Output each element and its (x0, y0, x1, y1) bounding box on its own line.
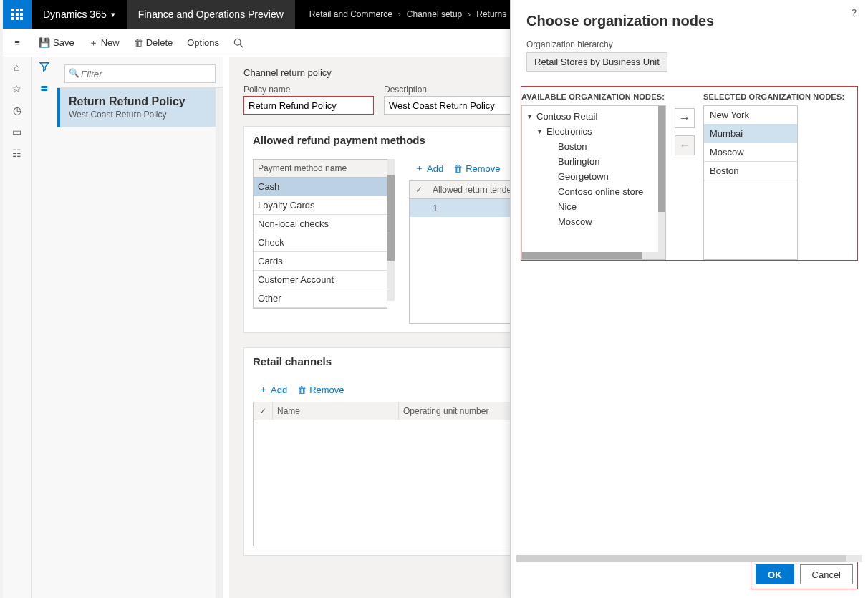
tree-node[interactable]: Boston (522, 139, 665, 154)
scrollbar[interactable] (216, 88, 223, 598)
list-item[interactable]: Mumbai (704, 125, 797, 143)
tree-node[interactable]: Burlington (522, 154, 665, 169)
tree-node[interactable]: ▾Contoso Retail (522, 109, 665, 124)
filter-input[interactable] (64, 64, 216, 83)
home-icon[interactable]: ⌂ (14, 62, 19, 73)
description-input[interactable] (384, 96, 527, 115)
description-label: Description (384, 85, 527, 95)
add-channel-button[interactable]: ＋Add (259, 383, 287, 396)
left-edge (0, 0, 3, 598)
svg-rect-8 (20, 17, 23, 20)
filter-box: 🔍 (64, 64, 216, 83)
hierarchy-select[interactable]: Retail Stores by Business Unit (526, 52, 667, 72)
recent-icon[interactable]: ◷ (13, 105, 21, 116)
selected-list[interactable]: New York Mumbai Moscow Boston (703, 105, 798, 260)
nav-toggle[interactable]: ≡ (3, 37, 32, 48)
svg-rect-6 (11, 17, 14, 20)
list-scroll: Return Refund Policy West Coast Return P… (57, 87, 223, 598)
policy-name-input[interactable] (243, 96, 374, 115)
list-item[interactable]: Moscow (704, 143, 797, 162)
add-tender-button[interactable]: ＋Add (415, 162, 443, 175)
tree-node[interactable]: Nice (522, 199, 665, 214)
remove-tender-button[interactable]: 🗑Remove (453, 162, 500, 175)
app-launcher[interactable] (3, 0, 32, 29)
panel-title: Choose organization nodes (526, 13, 852, 29)
list-item[interactable]: Return Refund Policy West Coast Return P… (57, 88, 223, 127)
svg-rect-1 (16, 9, 19, 11)
cancel-button[interactable]: Cancel (800, 564, 853, 584)
breadcrumb: Retail and Commerce› Channel setup› Retu… (309, 9, 521, 19)
remove-channel-button[interactable]: 🗑Remove (297, 383, 344, 396)
pm-row[interactable]: Non-local checks (254, 215, 387, 233)
crumb-1[interactable]: Retail and Commerce› (309, 9, 407, 19)
highlight-box: AVAILABLE ORGANIZATION NODES: ▾Contoso R… (521, 86, 858, 261)
trash-icon: 🗑 (134, 37, 143, 48)
highlight-box: OK Cancel (751, 559, 858, 589)
remove-node-button[interactable]: ← (675, 135, 695, 155)
scrollbar[interactable] (387, 159, 395, 301)
hierarchy-label: Organization hierarchy (526, 39, 852, 49)
svg-rect-3 (11, 13, 14, 16)
svg-rect-2 (20, 9, 23, 11)
pm-row[interactable]: Check (254, 233, 387, 252)
expand-icon: ▾ (538, 127, 546, 135)
list-item[interactable]: New York (704, 106, 797, 125)
list-pane: 🔍 Return Refund Policy West Coast Return… (57, 57, 223, 598)
scrollbar[interactable] (658, 106, 665, 259)
svg-rect-4 (16, 13, 19, 16)
pm-row[interactable]: Cards (254, 252, 387, 271)
svg-line-10 (240, 44, 243, 47)
payment-method-table: Payment method name Cash Loyalty Cards N… (253, 159, 387, 309)
left-rail: ⌂ ☆ ◷ ▭ ☷ (3, 57, 32, 598)
workspace-icon[interactable]: ▭ (12, 126, 21, 138)
pm-row[interactable]: Loyalty Cards (254, 196, 387, 215)
pm-row[interactable]: Customer Account (254, 271, 387, 289)
search-button[interactable] (226, 29, 251, 57)
save-button[interactable]: 💾 Save (32, 29, 82, 57)
list-item-subtitle: West Coast Return Policy (69, 110, 214, 120)
pm-row[interactable]: Other (254, 289, 387, 308)
list-item-title: Return Refund Policy (69, 95, 214, 108)
chevron-down-icon: ▾ (111, 10, 115, 19)
crumb-2[interactable]: Channel setup› (407, 9, 476, 19)
scrollbar[interactable] (522, 252, 658, 259)
tree-node[interactable]: Moscow (522, 214, 665, 229)
svg-rect-5 (20, 13, 23, 16)
svg-rect-7 (16, 17, 19, 20)
trash-icon: 🗑 (297, 385, 307, 395)
help-icon[interactable]: ? (852, 7, 857, 18)
save-icon: 💾 (39, 37, 50, 48)
delete-button[interactable]: 🗑 Delete (127, 29, 180, 57)
search-icon: 🔍 (69, 68, 79, 78)
options-button[interactable]: Options (180, 29, 226, 57)
available-tree[interactable]: ▾Contoso Retail ▾Electronics Boston Burl… (521, 105, 666, 260)
search-icon (233, 38, 243, 48)
scrollbar[interactable] (516, 555, 862, 562)
check-header[interactable]: ✓ (254, 402, 272, 420)
star-icon[interactable]: ☆ (12, 83, 21, 95)
plus-icon: ＋ (259, 383, 268, 396)
modules-icon[interactable]: ☷ (12, 148, 21, 159)
pm-header[interactable]: Payment method name (254, 160, 387, 178)
brand-menu[interactable]: Dynamics 365 ▾ (32, 9, 127, 20)
plus-icon: ＋ (415, 162, 424, 175)
pm-row[interactable]: Cash (254, 178, 387, 196)
tree-node[interactable]: Contoso online store (522, 184, 665, 199)
selected-label: SELECTED ORGANIZATION NODES: (703, 92, 844, 101)
svg-rect-0 (11, 9, 14, 11)
tree-node[interactable]: Georgetown (522, 169, 665, 184)
list-icon[interactable]: ≣ (40, 82, 49, 93)
brand-label: Dynamics 365 (43, 9, 107, 20)
filter-rail: ≣ (32, 57, 57, 598)
rc-name-header[interactable]: Name (272, 402, 398, 420)
add-node-button[interactable]: → (675, 108, 695, 128)
filter-icon[interactable] (39, 62, 49, 72)
tree-node[interactable]: ▾Electronics (522, 124, 665, 139)
expand-icon: ▾ (528, 112, 536, 120)
waffle-icon (11, 9, 23, 20)
check-header[interactable]: ✓ (410, 181, 428, 198)
list-item[interactable]: Boston (704, 162, 797, 180)
new-button[interactable]: ＋ New (82, 29, 127, 57)
trash-icon: 🗑 (453, 163, 463, 174)
ok-button[interactable]: OK (756, 564, 794, 584)
